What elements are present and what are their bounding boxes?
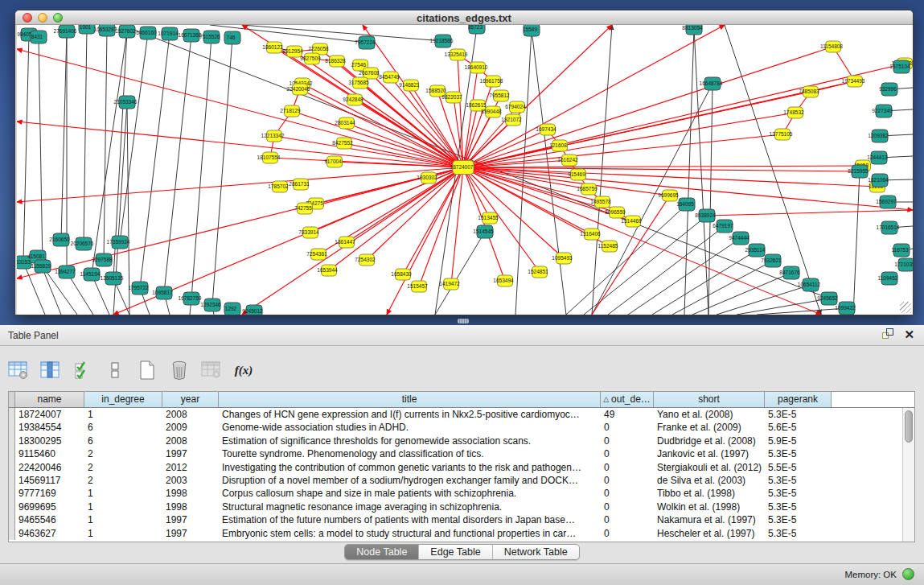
graph-node[interactable]: 1394277	[55, 266, 76, 278]
graph-node[interactable]: 1721035	[894, 258, 913, 271]
graph-node[interactable]: 1095493	[552, 253, 573, 264]
graph-node[interactable]: 932996	[879, 83, 897, 96]
graph-node[interactable]: 1109452	[878, 272, 898, 285]
graph-node[interactable]: 8454749	[379, 72, 400, 83]
graph-node[interactable]: 1785702	[268, 181, 289, 192]
graph-node[interactable]: 1316406	[580, 229, 601, 240]
graph-node[interactable]: 1930302	[417, 172, 437, 183]
graph-node[interactable]: 85723	[468, 25, 485, 34]
column-header-out_de[interactable]: △out_de…	[601, 392, 654, 407]
show-column-settings-button[interactable]	[6, 358, 31, 382]
scrollbar-thumb[interactable]	[905, 410, 913, 443]
close-panel-icon[interactable]: ✕	[904, 328, 914, 340]
tab-node-table[interactable]: Node Table	[345, 545, 419, 559]
network-canvas[interactable]: 9840557843127691406100110653287152760264…	[17, 25, 913, 315]
graph-node[interactable]: 1524851	[528, 266, 548, 278]
graph-node[interactable]: 8938924	[695, 209, 716, 222]
graph-node[interactable]: 1616242	[557, 154, 578, 166]
graph-node[interactable]: 10654112	[798, 278, 821, 291]
graph-node[interactable]: 20206576	[71, 237, 94, 250]
graph-node[interactable]: 8813054	[682, 25, 703, 35]
table-row[interactable]: 1872400712008Changes of HCN gene express…	[9, 408, 902, 421]
graph-node[interactable]: 1685759	[577, 183, 598, 195]
graph-node[interactable]: 3297588	[92, 253, 113, 266]
graph-node[interactable]: 116753	[891, 244, 910, 257]
graph-node[interactable]: 13325419	[445, 49, 468, 60]
graph-node[interactable]: 10653287	[94, 25, 117, 36]
canvas-resize-grip[interactable]	[900, 302, 911, 313]
table-row[interactable]: 1456911722003Disruption of a novel membe…	[9, 474, 902, 487]
graph-node[interactable]: 7515526	[199, 31, 220, 43]
column-header-year[interactable]: year	[162, 392, 219, 407]
graph-node[interactable]: 917004	[324, 156, 342, 167]
graph-node[interactable]: 1209382	[868, 130, 889, 142]
graph-node[interactable]: 27691406	[54, 25, 77, 38]
graph-node[interactable]: 8471676	[779, 266, 800, 279]
tab-network-table[interactable]: Network Table	[493, 545, 579, 559]
table-row[interactable]: 977716911998Corpus callosum shape and si…	[9, 487, 902, 500]
graph-node[interactable]: 7955812	[489, 90, 510, 101]
graph-node[interactable]: 2935114	[745, 244, 766, 257]
column-header-pagerank[interactable]: pagerank	[765, 392, 832, 407]
graph-node[interactable]: 1099422	[835, 302, 856, 315]
graph-node[interactable]: 18640910	[465, 62, 488, 73]
graph-node[interactable]: 7254302	[355, 254, 376, 266]
row-height-button[interactable]	[103, 358, 127, 382]
graph-node[interactable]: 1515457	[407, 281, 428, 292]
graph-node[interactable]: 8096559	[605, 207, 626, 218]
vertical-scrollbar[interactable]	[902, 408, 914, 542]
select-column-button[interactable]	[39, 358, 63, 382]
graph-node[interactable]: 9827509	[300, 53, 321, 64]
graph-node[interactable]: 1292346	[200, 299, 221, 311]
graph-node[interactable]: 1514469	[621, 216, 642, 227]
graph-node[interactable]: 16648784	[700, 77, 723, 90]
column-header-in_degree[interactable]: in_degree	[84, 392, 162, 407]
graph-node[interactable]: 9245652	[817, 292, 838, 305]
graph-node[interactable]: 7833914	[298, 227, 319, 238]
delete-column-trash-button[interactable]	[167, 358, 191, 382]
graph-node[interactable]: 13775105	[770, 129, 793, 140]
graph-node[interactable]: 742755	[294, 203, 312, 214]
column-header-short[interactable]: short	[654, 392, 765, 407]
table-row[interactable]: 1830029562008Estimation of significance …	[9, 435, 902, 447]
graph-node[interactable]: 18724007	[450, 161, 474, 175]
network-graph[interactable]: 9840557843127691406100110653287152760264…	[17, 25, 913, 315]
graph-node[interactable]: 16671368	[179, 29, 202, 42]
graph-node[interactable]: 121608	[549, 140, 567, 151]
graph-node[interactable]: 1921072	[501, 114, 522, 126]
graph-node[interactable]: 3175685	[348, 77, 369, 89]
graph-node[interactable]: 12213342	[261, 130, 285, 142]
graph-node[interactable]: 915469	[568, 169, 585, 180]
graph-node[interactable]: 1748532	[783, 107, 804, 118]
graph-node[interactable]: 2718129	[280, 105, 301, 117]
column-header-title[interactable]: title	[219, 392, 601, 407]
graph-node[interactable]: 1419472	[439, 278, 460, 290]
graph-node[interactable]: 8431	[31, 31, 47, 43]
graph-node[interactable]: 15549	[523, 25, 540, 36]
new-column-document-button[interactable]	[135, 358, 159, 382]
graph-node[interactable]: 164095	[676, 198, 695, 211]
float-panel-icon[interactable]	[882, 328, 894, 340]
graph-node[interactable]: 16782759	[179, 292, 202, 305]
graph-node[interactable]: 7957224	[355, 36, 376, 49]
graph-node[interactable]: 1292	[224, 303, 240, 315]
graph-node[interactable]: 8186328	[325, 56, 346, 67]
graph-node[interactable]: 9227349	[872, 105, 893, 117]
graph-node[interactable]: 11154808	[820, 41, 843, 52]
function-builder-button[interactable]: f(x)	[232, 358, 256, 382]
graph-node[interactable]: 1071914	[158, 27, 179, 40]
graph-node[interactable]: 1145194	[80, 268, 101, 281]
graph-node[interactable]: 1001	[79, 25, 95, 34]
split-pane-handle[interactable]	[458, 319, 469, 323]
graph-node[interactable]: 746	[224, 31, 240, 44]
graph-node[interactable]: 1795722	[128, 282, 149, 295]
network-window[interactable]: citations_edges.txt 98405578431276914061…	[14, 10, 914, 315]
graph-node[interactable]: 2803144	[335, 117, 355, 129]
graph-node[interactable]: 7254361	[306, 249, 327, 260]
column-header-name[interactable]: name	[15, 392, 84, 407]
network-window-titlebar[interactable]: citations_edges.txt	[15, 10, 913, 25]
graph-node[interactable]: 1653494	[493, 275, 514, 286]
graph-node[interactable]: 17016514	[877, 221, 900, 234]
graph-node[interactable]: 8427552	[332, 138, 353, 149]
graph-node[interactable]: 8215955	[848, 165, 869, 178]
